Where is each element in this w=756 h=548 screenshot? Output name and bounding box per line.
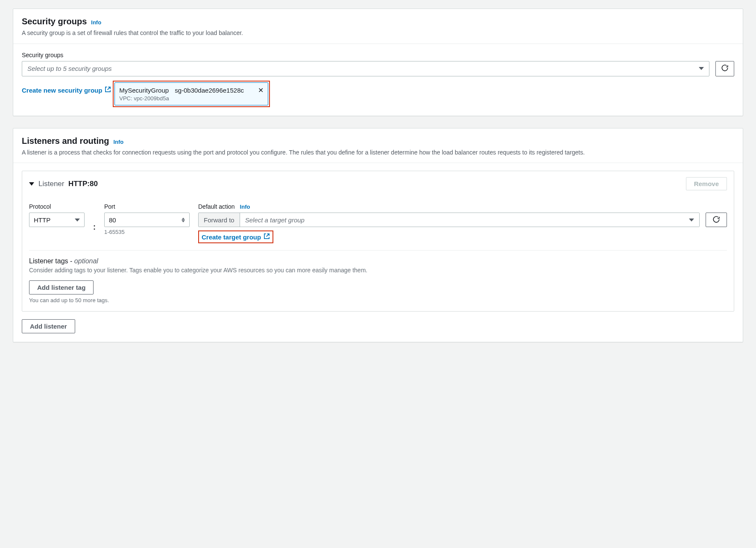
security-groups-description: A security group is a set of firewall ru… <box>22 29 734 38</box>
security-groups-select-placeholder: Select up to 5 security groups <box>27 65 112 72</box>
default-action-info-link[interactable]: Info <box>240 204 250 210</box>
port-stepper[interactable] <box>182 218 185 222</box>
create-target-group-link[interactable]: Create target group <box>202 233 270 241</box>
create-security-group-label: Create new security group <box>22 87 102 94</box>
listener-title: Listener HTTP:80 <box>38 180 98 188</box>
close-icon: ✕ <box>258 87 264 94</box>
security-groups-field-label: Security groups <box>22 52 734 58</box>
remove-listener-button[interactable]: Remove <box>686 177 727 190</box>
selected-security-group-highlight: MySecurityGroup sg-0b30dae2696e1528c ✕ V… <box>113 81 270 107</box>
port-hint: 1-65535 <box>104 229 190 235</box>
default-action-label: Default action <box>198 203 235 210</box>
port-input[interactable]: 80 <box>104 213 190 227</box>
listeners-title: Listeners and routing <box>22 136 109 146</box>
listener-tags-optional: optional <box>74 257 98 265</box>
port-label: Port <box>104 203 190 210</box>
security-group-name: MySecurityGroup <box>119 87 169 94</box>
listener-tags-title-text: Listener tags - <box>29 257 74 265</box>
listeners-header: Listeners and routing Info A listener is… <box>13 128 743 163</box>
caret-down-icon <box>75 219 80 222</box>
target-group-placeholder: Select a target group <box>245 216 305 224</box>
protocol-value: HTTP <box>34 216 50 224</box>
create-target-group-label: Create target group <box>202 233 261 241</box>
caret-down-icon <box>689 219 694 222</box>
protocol-column: Protocol HTTP <box>29 203 85 227</box>
listener-tags-description: Consider adding tags to your listener. T… <box>29 267 727 274</box>
listener-card: Listener HTTP:80 Remove Protocol HTTP : <box>22 171 734 312</box>
create-security-group-link[interactable]: Create new security group <box>22 86 111 94</box>
listeners-description: A listener is a process that checks for … <box>22 149 734 157</box>
caret-down-icon <box>699 67 704 70</box>
selected-security-group-chip: MySecurityGroup sg-0b30dae2696e1528c ✕ V… <box>114 82 268 105</box>
stepper-down-icon[interactable] <box>182 220 185 222</box>
external-link-icon <box>105 86 111 94</box>
security-groups-panel: Security groups Info A security group is… <box>13 9 743 116</box>
security-groups-select[interactable]: Select up to 5 security groups <box>22 61 709 76</box>
listener-tags-section: Listener tags - optional Consider adding… <box>29 251 727 303</box>
listeners-panel: Listeners and routing Info A listener is… <box>13 128 743 343</box>
listener-tags-hint: You can add up to 50 more tags. <box>29 297 727 303</box>
port-column: Port 80 1-65535 <box>104 203 190 235</box>
forward-to-label: Forward to <box>199 213 240 227</box>
refresh-icon <box>721 64 729 73</box>
target-group-select[interactable]: Select a target group <box>240 213 699 227</box>
external-link-icon <box>264 233 270 241</box>
protocol-label: Protocol <box>29 203 85 210</box>
forward-to-combo: Forward to Select a target group <box>198 213 700 227</box>
protocol-select[interactable]: HTTP <box>29 213 85 227</box>
security-groups-header: Security groups Info A security group is… <box>13 9 743 44</box>
refresh-security-groups-button[interactable] <box>715 61 734 76</box>
add-listener-button[interactable]: Add listener <box>22 319 75 333</box>
listener-protocol-port: HTTP:80 <box>68 180 98 188</box>
security-groups-title: Security groups <box>22 17 87 26</box>
port-value: 80 <box>109 216 116 224</box>
collapse-toggle-icon[interactable] <box>29 182 34 186</box>
security-groups-info-link[interactable]: Info <box>91 19 101 26</box>
add-listener-tag-button[interactable]: Add listener tag <box>29 280 94 294</box>
listener-tags-title: Listener tags - optional <box>29 257 727 265</box>
refresh-target-groups-button[interactable] <box>706 213 727 227</box>
listener-card-header: Listener HTTP:80 Remove <box>22 171 734 196</box>
protocol-port-separator: : <box>93 223 96 232</box>
create-target-group-highlight: Create target group <box>198 230 273 243</box>
security-group-vpc: VPC: vpc-2009bd5a <box>119 95 264 102</box>
refresh-icon <box>712 216 720 224</box>
listener-label: Listener <box>38 180 64 188</box>
default-action-column: Default action Info Forward to Select a … <box>198 203 727 243</box>
security-group-id: sg-0b30dae2696e1528c <box>175 87 244 94</box>
listeners-info-link[interactable]: Info <box>113 139 123 145</box>
stepper-up-icon[interactable] <box>182 218 185 220</box>
remove-security-group-button[interactable]: ✕ <box>258 86 264 94</box>
